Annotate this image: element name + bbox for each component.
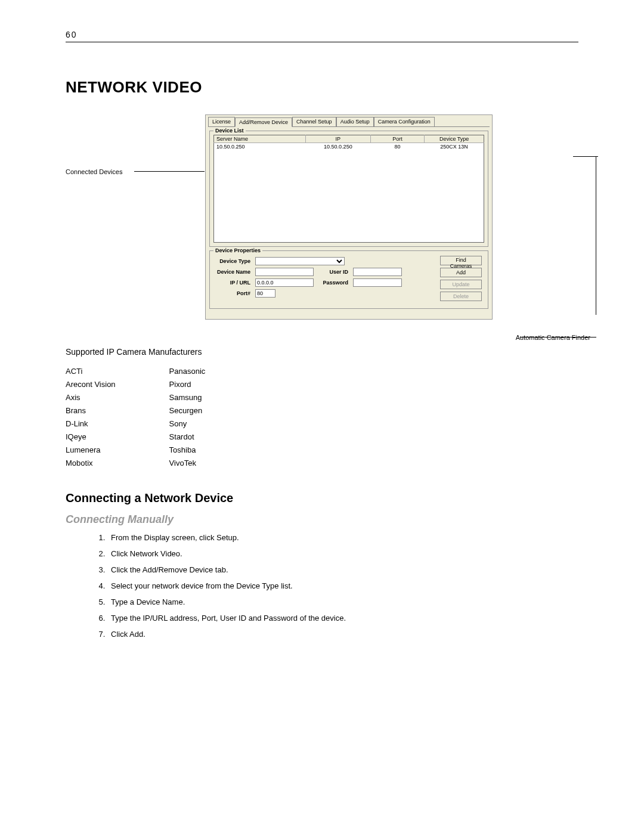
tab-channel-setup[interactable]: Channel Setup bbox=[292, 117, 336, 126]
man-cell: Securgen bbox=[169, 404, 259, 417]
callout-line-left bbox=[134, 171, 205, 172]
device-properties-label: Device Properties bbox=[213, 247, 262, 253]
man-cell: Arecont Vision bbox=[66, 378, 169, 391]
man-cell: D-Link bbox=[66, 417, 169, 431]
man-cell: Mobotix bbox=[66, 457, 169, 470]
device-name-label: Device Name bbox=[213, 269, 250, 275]
step-item: Type a Device Name. bbox=[107, 597, 578, 606]
man-cell: ACTi bbox=[66, 365, 169, 378]
update-button[interactable]: Update bbox=[440, 280, 482, 289]
device-type-select[interactable] bbox=[255, 257, 345, 265]
ip-url-label: IP / URL bbox=[213, 280, 250, 286]
delete-button[interactable]: Delete bbox=[440, 292, 482, 301]
man-cell: Brans bbox=[66, 404, 169, 417]
device-list-label: Device List bbox=[213, 128, 246, 134]
ip-url-input[interactable] bbox=[255, 278, 314, 287]
step-item: Click Network Video. bbox=[107, 549, 578, 558]
device-type-label: Device Type bbox=[213, 258, 250, 264]
man-cell: Axis bbox=[66, 391, 169, 404]
password-label: Password bbox=[318, 280, 348, 286]
table-empty-space bbox=[214, 150, 484, 243]
callout-camera-finder: Automatic Camera Finder bbox=[516, 334, 590, 341]
manufacturers-table: ACTiPanasonic Arecont VisionPixord AxisS… bbox=[66, 365, 259, 470]
page-title: NETWORK VIDEO bbox=[66, 78, 578, 97]
device-list-group: Device List Server Name IP Port Device T… bbox=[209, 131, 488, 247]
add-button[interactable]: Add bbox=[440, 268, 482, 277]
supported-heading: Supported IP Camera Manufacturers bbox=[66, 347, 578, 357]
table-header-row: Server Name IP Port Device Type bbox=[214, 135, 484, 143]
man-cell: IQeye bbox=[66, 431, 169, 444]
section-connecting-device: Connecting a Network Device bbox=[66, 491, 578, 505]
col-server-name: Server Name bbox=[214, 135, 306, 143]
man-cell: Panasonic bbox=[169, 365, 259, 378]
user-id-input[interactable] bbox=[353, 268, 402, 276]
man-cell: Toshiba bbox=[169, 444, 259, 457]
port-label: Port# bbox=[213, 290, 250, 296]
network-video-panel: License Add/Remove Device Channel Setup … bbox=[205, 114, 493, 320]
cell-port: 80 bbox=[370, 143, 425, 151]
man-cell: Pixord bbox=[169, 378, 259, 391]
step-item: Type the IP/URL address, Port, User ID a… bbox=[107, 614, 578, 623]
password-input[interactable] bbox=[353, 278, 402, 287]
tab-strip: License Add/Remove Device Channel Setup … bbox=[206, 115, 492, 126]
callout-connected-devices: Connected Devices bbox=[66, 168, 122, 175]
tab-add-remove-device[interactable]: Add/Remove Device bbox=[235, 117, 292, 127]
tab-license[interactable]: License bbox=[208, 117, 235, 126]
col-device-type: Device Type bbox=[425, 135, 484, 143]
col-ip: IP bbox=[306, 135, 371, 143]
step-item: Click Add. bbox=[107, 630, 578, 639]
cell-type: 250CX 13N bbox=[425, 143, 484, 151]
device-name-input[interactable] bbox=[255, 268, 314, 276]
step-item: From the Display screen, click Setup. bbox=[107, 533, 578, 542]
man-cell: Sony bbox=[169, 417, 259, 431]
table-row[interactable]: 10.50.0.250 10.50.0.250 80 250CX 13N bbox=[214, 143, 484, 151]
cell-ip: 10.50.0.250 bbox=[306, 143, 371, 151]
step-item: Select your network device from the Devi… bbox=[107, 581, 578, 590]
callout-line-right-top bbox=[573, 156, 598, 157]
steps-list: From the Display screen, click Setup. Cl… bbox=[66, 533, 578, 639]
screenshot-area: Connected Devices License Add/Remove Dev… bbox=[101, 114, 578, 329]
cell-server: 10.50.0.250 bbox=[214, 143, 306, 151]
find-cameras-button[interactable]: Find Cameras bbox=[440, 256, 482, 265]
callout-line-right-vert bbox=[596, 156, 596, 315]
top-rule bbox=[66, 42, 578, 42]
device-properties-group: Device Properties Device Type Device Nam… bbox=[209, 250, 488, 309]
port-input[interactable] bbox=[255, 289, 275, 298]
man-cell: VivoTek bbox=[169, 457, 259, 470]
user-id-label: User ID bbox=[318, 269, 348, 275]
man-cell: Lumenera bbox=[66, 444, 169, 457]
step-item: Click the Add/Remove Device tab. bbox=[107, 565, 578, 574]
man-cell: Samsung bbox=[169, 391, 259, 404]
man-cell: Stardot bbox=[169, 431, 259, 444]
col-port: Port bbox=[370, 135, 425, 143]
tab-audio-setup[interactable]: Audio Setup bbox=[336, 117, 374, 126]
page-number: 60 bbox=[66, 30, 578, 39]
device-table[interactable]: Server Name IP Port Device Type 10.50.0.… bbox=[213, 135, 484, 243]
tab-camera-configuration[interactable]: Camera Configuration bbox=[374, 117, 435, 126]
section-connecting-manually: Connecting Manually bbox=[66, 513, 578, 526]
